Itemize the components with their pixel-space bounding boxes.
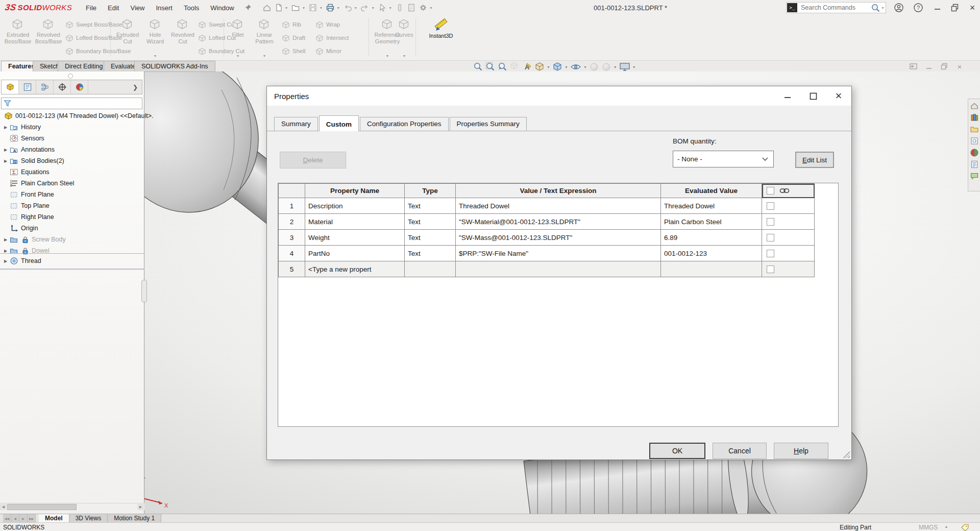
intersect-button[interactable]: Intersect xyxy=(315,33,349,43)
row-number[interactable]: 3 xyxy=(279,230,305,246)
new-document-icon[interactable] xyxy=(274,3,284,13)
print-icon[interactable] xyxy=(325,3,335,13)
lofted-boss-button[interactable]: Lofted Boss/Base xyxy=(65,33,122,43)
table-row-new-property[interactable]: 5 <Type a new propert xyxy=(279,261,815,277)
tags-icon[interactable] xyxy=(961,523,969,531)
hide-show-items-icon[interactable] xyxy=(570,62,581,72)
evaluated-cell[interactable]: 001-0012-123 xyxy=(661,246,762,261)
zoom-to-area-icon[interactable] xyxy=(485,62,496,72)
table-row[interactable]: 1 Description Text Threaded Dowel Thread… xyxy=(279,198,815,214)
minimize-window-icon[interactable] xyxy=(930,0,945,15)
value-cell[interactable]: Threaded Dowel xyxy=(456,198,661,214)
help-icon[interactable]: ? xyxy=(911,0,926,15)
dock-panel-icon[interactable] xyxy=(909,62,919,71)
linked-checkbox[interactable] xyxy=(767,234,774,242)
linked-cell[interactable] xyxy=(762,214,815,230)
reference-geometry-dropdown-icon[interactable]: ▼ xyxy=(386,54,389,58)
menu-window[interactable]: Window xyxy=(205,2,239,14)
tree-item-dowel[interactable]: ▶ Dowel xyxy=(0,245,50,256)
type-cell[interactable] xyxy=(405,261,456,277)
tree-item-thread[interactable]: ▶ Thread xyxy=(0,255,41,267)
linked-checkbox[interactable] xyxy=(767,250,774,257)
fillet-button[interactable]: Fillet▼ xyxy=(227,17,249,59)
restore-window-icon[interactable] xyxy=(947,0,963,15)
menu-file[interactable]: File xyxy=(80,2,102,14)
tree-item-sensors[interactable]: ▶ Sensors xyxy=(0,133,44,144)
type-cell[interactable]: Text xyxy=(405,246,456,261)
extruded-cut-button[interactable]: Extruded Cut xyxy=(114,17,141,59)
dialog-maximize-icon[interactable] xyxy=(800,87,826,105)
property-name-cell[interactable]: Material xyxy=(305,214,405,230)
value-cell[interactable] xyxy=(456,261,661,277)
linked-cell[interactable] xyxy=(762,230,815,246)
row-number[interactable]: 5 xyxy=(279,261,305,277)
property-name-cell[interactable]: <Type a new propert xyxy=(305,261,405,277)
close-window-icon[interactable]: × xyxy=(965,0,980,15)
display-manager-tab[interactable] xyxy=(71,80,88,94)
rib-button[interactable]: Rib xyxy=(282,19,301,30)
file-explorer-icon[interactable] xyxy=(970,125,979,134)
tree-item-right-plane[interactable]: ▶ Right Plane xyxy=(0,211,54,223)
tab-configuration-properties[interactable]: Configuration Properties xyxy=(360,117,449,131)
search-input[interactable] xyxy=(800,4,871,12)
tree-root-item[interactable]: 001-0012-123 (M4 Threaded Dowel) <<Defau… xyxy=(0,110,153,122)
linked-cell[interactable] xyxy=(762,246,815,261)
property-name-cell[interactable]: Description xyxy=(305,198,405,214)
instant3d-button[interactable]: Instant3D xyxy=(422,17,460,59)
display-style-dropdown-icon[interactable]: ▼ xyxy=(565,65,568,69)
custom-properties-icon[interactable] xyxy=(970,160,979,169)
linked-cell[interactable] xyxy=(762,198,815,214)
tree-horizontal-scrollbar[interactable]: ◀ ▶ xyxy=(0,503,144,510)
dimxpert-manager-tab[interactable] xyxy=(54,80,71,94)
expand-arrow-icon[interactable]: ▶ xyxy=(4,259,10,263)
3d-drawing-view-icon[interactable]: A xyxy=(522,62,532,72)
select-dropdown-icon[interactable]: ▼ xyxy=(388,6,392,10)
close-document-icon[interactable]: × xyxy=(954,62,965,71)
previous-view-icon[interactable] xyxy=(498,62,508,72)
units-dropdown-icon[interactable]: ▲ xyxy=(944,524,948,529)
hole-wizard-dropdown-icon[interactable]: ▼ xyxy=(154,54,157,58)
draft-button[interactable]: Draft xyxy=(282,33,305,43)
hide-show-dropdown-icon[interactable]: ▼ xyxy=(583,65,587,69)
last-tab-icon[interactable]: ▶▶ xyxy=(28,514,36,522)
expand-arrow-icon[interactable]: ▶ xyxy=(4,237,10,242)
evaluated-cell[interactable]: 6.89 xyxy=(661,230,762,246)
tab-motion-study[interactable]: Motion Study 1 xyxy=(108,514,161,522)
wrap-button[interactable]: Wrap xyxy=(315,19,340,30)
ok-button[interactable]: OK xyxy=(649,443,705,459)
options-sheet-icon[interactable] xyxy=(406,3,416,13)
scroll-right-icon[interactable]: ▶ xyxy=(137,504,144,510)
help-button[interactable]: Help xyxy=(774,443,828,459)
freeze-bar[interactable] xyxy=(0,253,144,254)
display-style-icon[interactable] xyxy=(552,62,562,72)
user-account-icon[interactable] xyxy=(891,0,906,15)
row-number[interactable]: 1 xyxy=(279,198,305,214)
fillet-dropdown-icon[interactable]: ▼ xyxy=(236,54,240,58)
apply-scene-icon[interactable] xyxy=(601,62,611,72)
expand-arrow-icon[interactable]: ▶ xyxy=(4,148,10,152)
menu-tools[interactable]: Tools xyxy=(178,2,205,14)
swept-boss-button[interactable]: Swept Boss/Base xyxy=(65,19,122,30)
tree-item-origin[interactable]: ▶ Origin xyxy=(0,223,38,234)
value-cell[interactable]: "SW-Mass@001-0012-123.SLDPRT" xyxy=(456,230,661,246)
linked-checkbox[interactable] xyxy=(767,266,774,273)
table-row[interactable]: 4 PartNo Text $PRP:"SW-File Name" 001-00… xyxy=(279,246,815,261)
type-header[interactable]: Type xyxy=(405,184,456,198)
cancel-button[interactable]: Cancel xyxy=(713,443,767,459)
linear-pattern-button[interactable]: Linear Pattern▼ xyxy=(250,17,279,59)
linked-cell[interactable] xyxy=(762,261,815,277)
type-cell[interactable]: Text xyxy=(405,214,456,230)
feature-manager-tab[interactable] xyxy=(2,80,19,94)
view-settings-dropdown-icon[interactable]: ▼ xyxy=(632,65,636,69)
search-icon[interactable] xyxy=(871,3,880,12)
pin-menu-icon[interactable] xyxy=(244,4,252,12)
value-header[interactable]: Value / Text Expression xyxy=(456,184,661,198)
tree-item-material[interactable]: ▶ Plain Carbon Steel xyxy=(0,178,74,189)
new-dropdown-icon[interactable]: ▼ xyxy=(285,6,288,10)
tree-item-annotations[interactable]: ▶ A Annotations xyxy=(0,144,55,155)
tab-direct-editing[interactable]: Direct Editing xyxy=(58,61,110,72)
panel-expand-chevron-icon[interactable]: ❯ xyxy=(129,80,142,94)
dialog-title-bar[interactable]: Properties × xyxy=(267,86,851,106)
hole-wizard-button[interactable]: Hole Wizard▼ xyxy=(142,17,168,59)
property-name-header[interactable]: Property Name xyxy=(305,184,405,198)
